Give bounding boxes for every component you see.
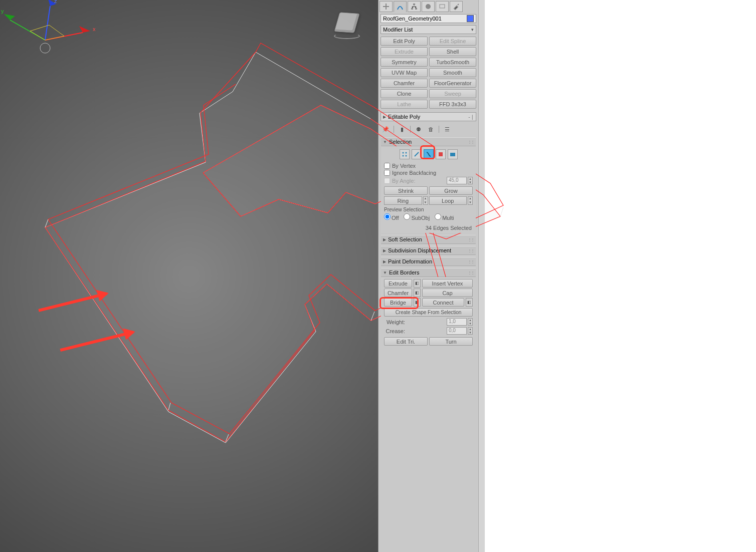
preview-off-radio[interactable]: Off <box>384 213 399 221</box>
svg-point-20 <box>405 152 407 154</box>
svg-line-11 <box>45 6 50 40</box>
weight-label: Weight: <box>384 319 405 325</box>
svg-marker-8 <box>79 26 90 33</box>
subobj-polygon[interactable] <box>436 149 446 159</box>
svg-line-5 <box>500 207 503 216</box>
svg-point-21 <box>402 155 404 157</box>
bridge-settings-button[interactable]: ◧ <box>414 298 421 307</box>
by-angle-spinner: 45,0 <box>447 177 467 184</box>
rollout-selection: ▼ Selection ⋮⋮ By Vertex Ignore Backfaci… <box>381 137 476 233</box>
by-vertex-checkbox[interactable]: By Vertex <box>384 162 473 169</box>
insert-vertex-button[interactable]: Insert Vertex <box>422 279 473 288</box>
axis-z-label: z <box>54 0 57 4</box>
subobj-edge[interactable] <box>412 149 422 159</box>
grow-button[interactable]: Grow <box>429 186 473 195</box>
viewport[interactable]: x y z <box>0 0 378 552</box>
transform-gizmo[interactable]: x y z <box>0 0 100 60</box>
extrude-settings-button[interactable]: ◧ <box>414 279 421 288</box>
preview-multi-radio[interactable]: Multi <box>435 213 454 221</box>
cap-button[interactable]: Cap <box>422 289 473 297</box>
svg-rect-23 <box>439 152 443 156</box>
connect-button[interactable]: Connect <box>422 298 464 307</box>
by-angle-checkbox <box>384 178 390 184</box>
rollout-edit-borders: ▼Edit Borders⋮⋮ Extrude ◧ Insert Vertex … <box>381 267 476 350</box>
weight-spinner[interactable]: 1,0 <box>447 318 467 326</box>
preview-subobj-radio[interactable]: SubObj <box>404 213 430 221</box>
shrink-button[interactable]: Shrink <box>384 186 428 195</box>
ring-step[interactable]: ▲▼ <box>423 196 428 205</box>
axis-y-label: y <box>1 8 4 14</box>
svg-rect-24 <box>450 153 455 156</box>
extrude-button[interactable]: Extrude <box>384 279 412 288</box>
ignore-backfacing-checkbox[interactable]: Ignore Backfacing <box>384 169 473 176</box>
svg-point-22 <box>405 155 407 157</box>
ring-button[interactable]: Ring <box>384 196 422 205</box>
connect-settings-button[interactable]: ◧ <box>466 298 473 307</box>
turn-button[interactable]: Turn <box>429 337 473 346</box>
loop-step[interactable]: ▲▼ <box>468 196 473 205</box>
svg-point-13 <box>40 43 50 53</box>
crease-label: Crease: <box>384 328 405 334</box>
loop-button[interactable]: Loop <box>429 196 467 205</box>
subobj-element[interactable] <box>448 149 458 159</box>
svg-marker-0 <box>45 52 500 443</box>
selection-count: 34 Edges Selected <box>384 222 473 231</box>
crease-spinner[interactable]: 0,0 <box>447 327 467 335</box>
mesh-wireframe <box>0 0 541 481</box>
subobj-border[interactable] <box>424 149 434 159</box>
edit-tri-button[interactable]: Edit Tri. <box>384 337 428 346</box>
chamfer-settings-button[interactable]: ◧ <box>414 289 421 297</box>
by-angle-row: By Angle: 45,0▲▼ <box>384 176 473 185</box>
preview-selection-label: Preview Selection <box>384 207 473 212</box>
bridge-button[interactable]: Bridge <box>384 298 412 307</box>
chamfer-button[interactable]: Chamfer <box>384 289 412 297</box>
svg-point-19 <box>402 152 404 154</box>
subobj-vertex[interactable] <box>400 149 410 159</box>
create-shape-button[interactable]: Create Shape From Selection <box>384 308 473 317</box>
axis-x-label: x <box>93 26 96 32</box>
svg-marker-10 <box>4 14 15 20</box>
viewcube[interactable] <box>332 10 362 40</box>
